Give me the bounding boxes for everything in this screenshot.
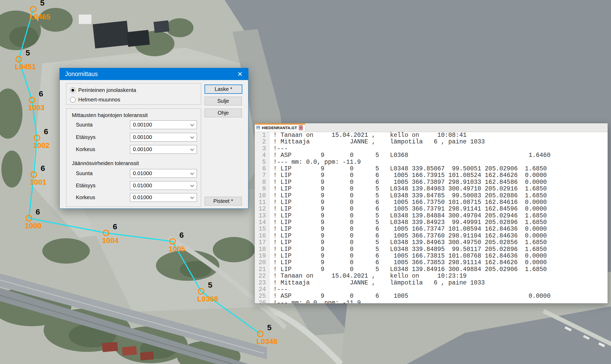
line-number: 2: [255, 139, 270, 145]
line-number: 21: [255, 266, 270, 273]
residual-korkeus-combobox[interactable]: 0.01000: [130, 193, 197, 202]
radio-helmert-muunnos[interactable]: Helmert-muunnos: [70, 97, 120, 102]
code-line[interactable]: 19! LIP 9 0 6 1005 166.73815 101.08768 1…: [255, 253, 608, 259]
code-line[interactable]: 23! Mittaaja JANNE , lämpotila 6 , paine…: [255, 280, 608, 286]
line-number: 12: [255, 206, 270, 212]
tab-hiedenranta-gt[interactable]: HIEDENRANTA.GT x: [255, 123, 305, 132]
point-id-label: 1000: [25, 222, 41, 230]
residual-suunta-combobox[interactable]: 0.01000: [130, 169, 197, 178]
line-text: ! LIP 9 0 5 L0348 139.84963 300.49750 20…: [270, 239, 547, 246]
radio-perinteinen-jonolaskenta[interactable]: Perinteinen jonolaskenta: [70, 87, 136, 93]
tab-filename: HIEDENRANTA.GT: [262, 125, 297, 130]
line-number: 23: [255, 280, 270, 286]
radio-unselected-icon[interactable]: [70, 97, 76, 102]
point-class-number: 5: [208, 281, 212, 289]
ohje-button[interactable]: Ohje: [205, 109, 242, 117]
code-line[interactable]: 22! Tanaan on 15.04.2021 , kello on 10:2…: [255, 273, 608, 279]
code-line[interactable]: 15! LIP 9 0 6 1005 166.73747 101.08594 1…: [255, 226, 608, 232]
radio-selected-icon[interactable]: [70, 87, 76, 93]
dialog-titlebar[interactable]: Jonomittaus ✕: [60, 68, 248, 80]
line-text: ! LIP 9 0 5 L0348 139.84983 300.49710 20…: [270, 186, 547, 192]
line-text: ! LIP 9 0 6 1005 366.73791 298.91141 162…: [270, 206, 547, 212]
code-line[interactable]: 5!--- mm: 0.0, ppm: -11.9: [255, 159, 608, 166]
spread-korkeus-combobox[interactable]: 0.00100: [130, 145, 197, 154]
code-line[interactable]: 7! LIP 9 0 6 1005 166.73915 101.08524 16…: [255, 172, 608, 179]
line-number: 5: [255, 159, 270, 166]
point-id-label: L0465: [29, 13, 50, 21]
line-text: ! LIP 9 0 5 L0348 339.84895 99.50117 205…: [270, 246, 547, 253]
code-line[interactable]: 1! Tanaan on 15.04.2021 , kello on 10:08…: [255, 132, 608, 139]
line-number: 25: [255, 293, 270, 300]
code-line[interactable]: 25! ASP 9 0 6 1005 0.0000: [255, 293, 608, 300]
line-text: ! LIP 9 0 6 1005 366.73760 298.91104 162…: [270, 233, 547, 239]
point-class-number: 5: [40, 0, 45, 7]
point-class-number: 6: [41, 164, 45, 172]
code-line[interactable]: 21! LIP 9 0 5 L0348 139.84916 300.49884 …: [255, 266, 608, 273]
line-text: ! LIP 9 0 6 1005 366.73897 298.91033 162…: [270, 179, 547, 186]
sulje-button[interactable]: Sulje: [205, 97, 242, 105]
code-line[interactable]: 26!--- mm: 0.0, ppm: -11.9: [255, 300, 608, 303]
point-id-label: 1003: [28, 104, 44, 112]
line-number: 1: [255, 132, 270, 139]
combobox-value: 0.01000: [133, 183, 152, 189]
spread-suunta-row: Suunta 0.00100: [66, 120, 201, 129]
code-line[interactable]: 4! ASP 9 0 5 L0368 1.6460: [255, 152, 608, 159]
field-label: Suunta: [76, 170, 92, 176]
chevron-down-icon[interactable]: [190, 171, 194, 175]
line-text: ! ASP 9 0 6 1005 0.0000: [270, 293, 550, 300]
line-text: !---: [270, 286, 288, 293]
chevron-down-icon[interactable]: [190, 183, 194, 187]
code-line[interactable]: 18! LIP 9 0 5 L0348 339.84895 99.50117 2…: [255, 246, 608, 253]
gt-file-viewer-panel: HIEDENRANTA.GT x 1! Tanaan on 15.04.2021…: [254, 123, 608, 304]
code-line[interactable]: 12! LIP 9 0 6 1005 366.73791 298.91141 1…: [255, 206, 608, 212]
line-number: 4: [255, 152, 270, 159]
code-line[interactable]: 10! LIP 9 0 5 L0348 339.84785 99.50083 2…: [255, 193, 608, 199]
chevron-down-icon[interactable]: [190, 195, 194, 199]
spread-suunta-combobox[interactable]: 0.00100: [130, 120, 197, 129]
field-label: Suunta: [76, 122, 92, 128]
field-label: Korkeus: [76, 194, 95, 200]
combobox-value: 0.00100: [133, 122, 152, 128]
spread-etaisyys-combobox[interactable]: 0.00100: [130, 133, 197, 142]
radio-label: Perinteinen jonolaskenta: [78, 87, 136, 93]
field-label: Korkeus: [76, 146, 95, 152]
code-line[interactable]: 24!---: [255, 286, 608, 293]
tab-close-icon[interactable]: x: [299, 125, 303, 130]
laske-button[interactable]: Laske *: [205, 85, 242, 94]
code-line[interactable]: 17! LIP 9 0 5 L0348 139.84963 300.49750 …: [255, 239, 608, 246]
line-text: ! LIP 9 0 5 L0348 139.84916 300.49884 20…: [270, 266, 547, 273]
chevron-down-icon[interactable]: [190, 147, 194, 151]
tolerances-group: Mittausten hajontojen toleranssit Suunta…: [66, 108, 201, 207]
point-class-number: 5: [26, 48, 30, 57]
code-line[interactable]: 11! LIP 9 0 6 1005 166.73750 101.08715 1…: [255, 199, 608, 206]
chevron-down-icon[interactable]: [190, 123, 194, 126]
line-number: 6: [255, 166, 270, 172]
code-line[interactable]: 16! LIP 9 0 6 1005 366.73760 298.91104 1…: [255, 233, 608, 239]
field-label: Etäisyys: [76, 183, 95, 189]
code-line[interactable]: 20! LIP 9 0 6 1005 366.73853 298.91114 1…: [255, 259, 608, 266]
chevron-down-icon[interactable]: [190, 135, 194, 139]
residual-etaisyys-combobox[interactable]: 0.01000: [130, 181, 197, 190]
spread-etaisyys-row: Etäisyys 0.00100: [66, 133, 201, 141]
line-number: 18: [255, 246, 270, 253]
code-line[interactable]: 6! LIP 9 0 5 L0348 339.85067 99.50051 20…: [255, 166, 608, 172]
line-text: ! Mittaaja JANNE , lämpotila 6 , paine 1…: [270, 139, 485, 145]
code-line[interactable]: 13! LIP 9 0 5 L0348 139.84884 300.49704 …: [255, 213, 608, 219]
code-line[interactable]: 3!---: [255, 146, 608, 152]
spread-korkeus-row: Korkeus 0.00100: [66, 145, 201, 153]
file-content-area[interactable]: 1! Tanaan on 15.04.2021 , kello on 10:08…: [255, 132, 608, 303]
combobox-value: 0.01000: [133, 194, 152, 200]
application-window: 5L04655L04516100361002610016100061004610…: [0, 0, 611, 364]
line-text: ! Tanaan on 15.04.2021 , kello on 10:08:…: [270, 132, 467, 139]
code-line[interactable]: 9! LIP 9 0 5 L0348 139.84983 300.49710 2…: [255, 186, 608, 192]
dialog-close-icon[interactable]: ✕: [232, 68, 248, 80]
line-number: 13: [255, 213, 270, 219]
line-text: ! LIP 9 0 5 L0348 339.84785 99.50083 205…: [270, 193, 547, 199]
code-line[interactable]: 2! Mittaaja JANNE , lämpotila 6 , paine …: [255, 139, 608, 145]
code-line[interactable]: 14! LIP 9 0 5 L0348 339.84923 99.49991 2…: [255, 219, 608, 226]
pisteet-button[interactable]: Pisteet *: [205, 197, 242, 206]
line-number: 11: [255, 199, 270, 206]
line-text: ! LIP 9 0 6 1005 166.73750 101.08715 162…: [270, 199, 547, 206]
point-class-number: 5: [267, 323, 272, 332]
code-line[interactable]: 8! LIP 9 0 6 1005 366.73897 298.91033 16…: [255, 179, 608, 186]
